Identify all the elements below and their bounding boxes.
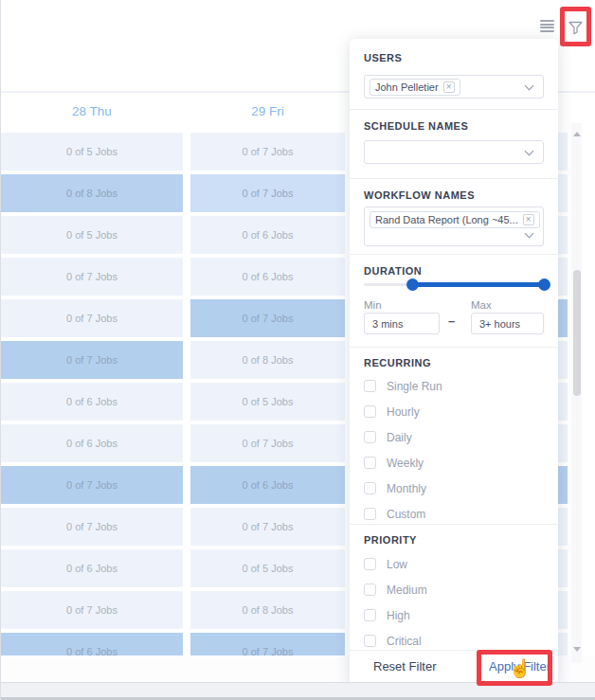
checkbox-medium[interactable]: Medium [364,577,427,602]
duration-slider-max-handle[interactable] [538,278,550,291]
calendar-cell[interactable]: 0 of 8 Jobs [190,341,345,379]
checkbox-box[interactable] [364,405,376,418]
user-chip[interactable]: John Pelletier × [370,79,460,96]
workflow-names-section-label: WORKFLOW NAMES [364,189,475,201]
max-duration-input[interactable]: 3+ hours [471,313,544,334]
section-divider [350,109,558,110]
calendar-cell[interactable]: 0 of 7 Jobs [190,299,345,337]
calendar-cell[interactable]: 0 of 5 Jobs [190,549,345,587]
calendar-cell[interactable]: 0 of 6 Jobs [190,258,345,296]
calendar-cell[interactable]: 0 of 7 Jobs [190,633,345,655]
users-select[interactable]: John Pelletier × [364,75,544,99]
calendar-cell[interactable]: 0 of 6 Jobs [190,216,345,254]
users-section-label: USERS [364,52,402,63]
max-label: Max [471,299,492,311]
duration-slider-range[interactable] [411,282,546,287]
checkbox-box[interactable] [364,380,376,392]
checkbox-monthly[interactable]: Monthly [364,476,426,501]
list-view-icon[interactable] [540,20,554,32]
calendar-cell[interactable]: 0 of 7 Jobs [190,174,345,212]
checkbox-low[interactable]: Low [364,551,407,577]
column-header-thu[interactable]: 28 Thu [1,104,183,118]
workflow-chip[interactable]: Rand Data Report (Long ~45... × [370,211,540,228]
checkbox-box[interactable] [364,508,376,520]
column-header-fri[interactable]: 29 Fri [190,104,345,118]
checkbox-box[interactable] [364,558,376,570]
checkbox-hourly[interactable]: Hourly [364,399,420,424]
checkbox-label: Medium [387,583,427,597]
duration-section-label: DURATION [364,265,422,277]
checkbox-label: Low [387,558,407,571]
calendar-cell[interactable]: 0 of 7 Jobs [1,299,183,337]
checkbox-box[interactable] [364,583,376,596]
hand-cursor-icon: ☝ [509,657,532,679]
scrollbar-thumb[interactable] [573,270,581,396]
recurring-section-label: RECURRING [364,357,431,368]
schedule-names-select[interactable] [364,140,544,164]
filter-funnel-icon[interactable] [568,19,584,40]
calendar-cell[interactable]: 0 of 6 Jobs [1,383,183,421]
checkbox-label: Custom [387,508,425,521]
calendar-cell[interactable]: 0 of 7 Jobs [1,341,183,379]
calendar-cell[interactable]: 0 of 6 Jobs [1,633,183,655]
checkbox-high[interactable]: High [364,602,410,628]
min-label: Min [364,299,382,311]
checkbox-box[interactable] [364,457,376,469]
checkbox-label: Hourly [387,405,420,419]
checkbox-label: Monthly [387,482,426,495]
checkbox-label: Weekly [387,457,424,470]
section-divider [350,347,558,348]
calendar-cell[interactable]: 0 of 5 Jobs [1,216,183,254]
workflow-names-select[interactable]: Rand Data Report (Long ~45... × [364,206,544,246]
checkbox-custom[interactable]: Custom [364,501,425,527]
vertical-scrollbar[interactable] [571,123,582,663]
chevron-down-icon[interactable] [525,81,534,91]
calendar-cell[interactable]: 0 of 5 Jobs [1,133,183,171]
schedule-names-section-label: SCHEDULE NAMES [364,120,468,132]
filter-panel: USERS John Pelletier × SCHEDULE NAMES WO… [350,39,558,687]
duration-slider-min-handle[interactable] [406,278,419,291]
checkbox-weekly[interactable]: Weekly [364,450,424,476]
app-window: 28 Thu 29 Fri 0 of 5 Jobs0 of 7 Jobs0 of… [0,0,595,700]
range-separator: – [448,314,455,328]
min-duration-input[interactable]: 3 mins [364,313,440,334]
checkbox-box[interactable] [364,431,376,443]
workflow-chip-label: Rand Data Report (Long ~45... [375,214,518,225]
calendar-cell[interactable]: 0 of 7 Jobs [190,508,345,546]
priority-section-label: PRIORITY [364,534,417,546]
checkbox-label: Critical [387,635,422,648]
calendar-cell[interactable]: 0 of 5 Jobs [190,383,345,421]
checkbox-daily[interactable]: Daily [364,424,412,450]
user-chip-label: John Pelletier [375,81,439,93]
calendar-cell[interactable]: 0 of 7 Jobs [190,133,345,171]
scroll-down-icon[interactable] [573,647,581,652]
checkbox-box[interactable] [364,635,376,647]
checkbox-box[interactable] [364,609,376,621]
calendar-cell[interactable]: 0 of 7 Jobs [1,466,183,504]
remove-workflow-chip-icon[interactable]: × [523,214,534,225]
calendar-cell[interactable]: 0 of 7 Jobs [190,424,345,462]
calendar-cell[interactable]: 0 of 7 Jobs [1,258,183,296]
chevron-down-icon[interactable] [525,229,534,239]
chevron-down-icon[interactable] [525,147,534,156]
scroll-up-icon[interactable] [573,132,581,136]
section-divider [350,254,558,255]
calendar-cell[interactable]: 0 of 8 Jobs [190,591,345,629]
calendar-cell[interactable]: 0 of 7 Jobs [1,591,183,629]
checkbox-label: Single Run [387,380,442,393]
calendar-cell[interactable]: 0 of 6 Jobs [1,549,183,587]
checkbox-label: Daily [387,431,412,444]
calendar-cell[interactable]: 0 of 7 Jobs [1,508,183,546]
checkbox-critical[interactable]: Critical [364,628,422,654]
calendar-cell[interactable]: 0 of 6 Jobs [190,466,345,504]
checkbox-box[interactable] [364,482,376,494]
checkbox-single-run[interactable]: Single Run [364,373,442,399]
reset-filter-button[interactable]: Reset Filter [373,659,436,673]
section-divider [350,178,558,179]
calendar-cell[interactable]: 0 of 8 Jobs [1,174,183,212]
calendar-cell[interactable]: 0 of 6 Jobs [1,424,183,462]
checkbox-label: High [387,609,410,622]
remove-user-chip-icon[interactable]: × [443,81,455,93]
